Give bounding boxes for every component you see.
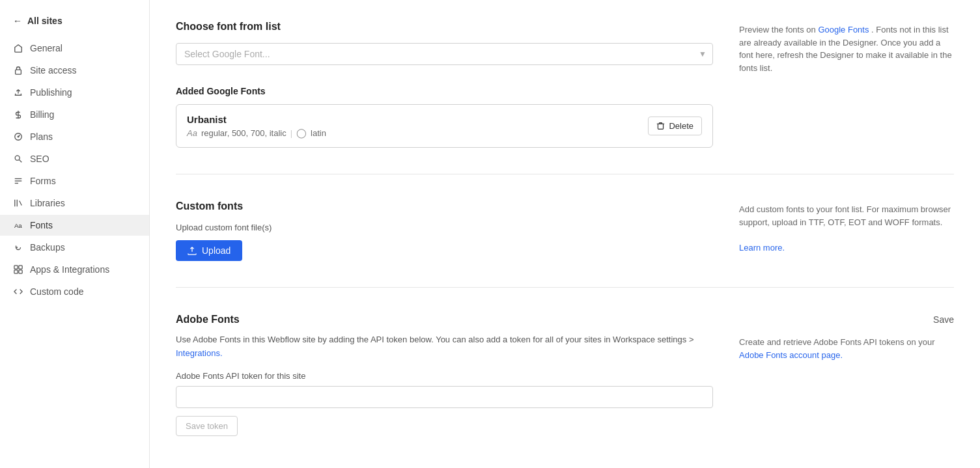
fonts-icon: Aa: [13, 220, 23, 230]
sidebar-item-site-access[interactable]: Site access: [0, 60, 149, 81]
back-arrow-icon: ←: [13, 16, 22, 26]
sidebar-item-apps[interactable]: Apps & Integrations: [0, 259, 149, 280]
sidebar-item-label: Libraries: [30, 198, 136, 208]
custom-fonts-help: Add custom fonts to your font list. For …: [739, 200, 954, 254]
save-token-button[interactable]: Save token: [176, 416, 238, 436]
backup-icon: [13, 242, 23, 253]
integrations-link[interactable]: Integrations.: [176, 348, 223, 358]
sidebar-item-label: Fonts: [30, 220, 136, 230]
custom-fonts-section: Custom fonts Upload custom font file(s) …: [176, 200, 954, 288]
adobe-fonts-help: Create and retrieve Adobe Fonts API toke…: [739, 333, 954, 361]
help-text-part1: Preview the fonts on: [739, 25, 818, 34]
google-fonts-section: Choose font from list Select Google Font…: [176, 21, 954, 174]
google-fonts-link[interactable]: Google Fonts: [818, 25, 869, 34]
adobe-account-link[interactable]: Adobe Fonts account page.: [739, 350, 843, 360]
delete-font-button[interactable]: Delete: [648, 117, 702, 135]
search-icon: [13, 154, 23, 164]
apps-icon: [13, 264, 23, 275]
adobe-fonts-row: Use Adobe Fonts in this Webflow site by …: [176, 333, 954, 436]
token-label: Adobe Fonts API token for this site: [176, 371, 713, 381]
adobe-fonts-header: Adobe Fonts Save: [176, 314, 954, 325]
sidebar-item-label: SEO: [30, 154, 136, 164]
back-label: All sites: [27, 16, 63, 26]
google-fonts-main: Choose font from list Select Google Font…: [176, 21, 713, 148]
font-select-wrap: Select Google Font... ▼: [176, 43, 713, 65]
svg-rect-13: [14, 266, 18, 269]
form-icon: [13, 176, 23, 186]
font-name: Urbanist: [187, 114, 326, 125]
upload-icon: [188, 246, 197, 255]
home-icon: [13, 43, 23, 53]
custom-fonts-help-text: Add custom fonts to your font list. For …: [739, 204, 951, 227]
adobe-desc: Use Adobe Fonts in this Webflow site by …: [176, 333, 713, 361]
sidebar-item-custom-code[interactable]: Custom code: [0, 281, 149, 302]
svg-line-11: [20, 201, 22, 206]
sidebar-item-libraries[interactable]: Libraries: [0, 193, 149, 213]
adobe-save-button[interactable]: Save: [933, 314, 954, 325]
choose-font-label: Choose font from list: [176, 21, 713, 33]
sidebar: ← All sites General Site access: [0, 0, 150, 468]
learn-more-link[interactable]: Learn more.: [739, 243, 785, 253]
google-fonts-row: Choose font from list Select Google Font…: [176, 21, 954, 148]
font-meta: Aa regular, 500, 700, italic | ◯ latin: [187, 128, 326, 138]
font-aa-label: Aa: [187, 128, 197, 138]
sidebar-item-label: Custom code: [30, 286, 136, 297]
publish-icon: [13, 87, 23, 98]
divider: |: [290, 128, 292, 138]
sidebar-item-label: Backups: [30, 242, 136, 253]
google-fonts-help: Preview the fonts on Google Fonts . Font…: [739, 21, 954, 74]
upload-label-row: Upload custom font file(s) Upload: [176, 223, 713, 261]
svg-rect-0: [16, 70, 21, 74]
font-row: Urbanist Aa regular, 500, 700, italic | …: [176, 104, 713, 148]
adobe-token-input[interactable]: [176, 386, 713, 408]
back-button[interactable]: ← All sites: [0, 10, 149, 31]
sidebar-item-label: General: [30, 43, 136, 53]
font-select[interactable]: Select Google Font...: [176, 43, 713, 65]
dollar-icon: [13, 109, 23, 120]
added-fonts-section: Added Google Fonts Urbanist Aa regular, …: [176, 86, 713, 148]
sidebar-item-seo[interactable]: SEO: [0, 148, 149, 169]
main-content: Choose font from list Select Google Font…: [150, 0, 980, 468]
sidebar-item-publishing[interactable]: Publishing: [0, 82, 149, 103]
custom-fonts-row: Custom fonts Upload custom font file(s) …: [176, 200, 954, 261]
sidebar-item-backups[interactable]: Backups: [0, 237, 149, 258]
upload-description: Upload custom font file(s): [176, 223, 713, 232]
sidebar-item-plans[interactable]: Plans: [0, 126, 149, 147]
svg-line-5: [20, 160, 22, 163]
sidebar-item-fonts[interactable]: Aa Fonts: [0, 215, 149, 236]
added-fonts-title: Added Google Fonts: [176, 86, 713, 96]
globe-icon: ◯: [296, 128, 307, 138]
adobe-desc-part1: Use Adobe Fonts in this Webflow site by …: [176, 335, 694, 344]
sidebar-item-label: Publishing: [30, 87, 136, 98]
sidebar-item-forms[interactable]: Forms: [0, 171, 149, 191]
upload-btn-label: Upload: [202, 245, 231, 256]
dial-icon: [13, 131, 23, 142]
adobe-fonts-main: Use Adobe Fonts in this Webflow site by …: [176, 333, 713, 436]
sidebar-item-billing[interactable]: Billing: [0, 104, 149, 125]
trash-icon: [656, 122, 665, 130]
svg-rect-14: [19, 266, 22, 269]
upload-button[interactable]: Upload: [176, 240, 242, 261]
sidebar-item-label: Site access: [30, 65, 136, 76]
code-icon: [13, 286, 23, 297]
svg-rect-16: [19, 270, 22, 273]
sidebar-item-general[interactable]: General: [0, 38, 149, 59]
svg-point-4: [15, 156, 20, 160]
font-info: Urbanist Aa regular, 500, 700, italic | …: [187, 114, 326, 138]
sidebar-item-label: Apps & Integrations: [30, 264, 136, 275]
svg-text:Aa: Aa: [14, 222, 22, 229]
sidebar-item-label: Forms: [30, 176, 136, 186]
libraries-icon: [13, 198, 23, 208]
adobe-help-text1: Create and retrieve Adobe Fonts API toke…: [739, 337, 935, 347]
sidebar-item-label: Billing: [30, 109, 136, 120]
sidebar-item-label: Plans: [30, 131, 136, 142]
font-styles: regular, 500, 700, italic: [201, 128, 287, 138]
svg-rect-17: [658, 124, 664, 129]
delete-label: Delete: [669, 121, 693, 131]
font-subsets: latin: [311, 128, 326, 138]
adobe-fonts-section: Adobe Fonts Save Use Adobe Fonts in this…: [176, 314, 954, 462]
adobe-fonts-title: Adobe Fonts: [176, 314, 240, 325]
custom-fonts-title: Custom fonts: [176, 200, 713, 212]
svg-point-3: [18, 136, 19, 137]
svg-rect-15: [14, 270, 18, 273]
